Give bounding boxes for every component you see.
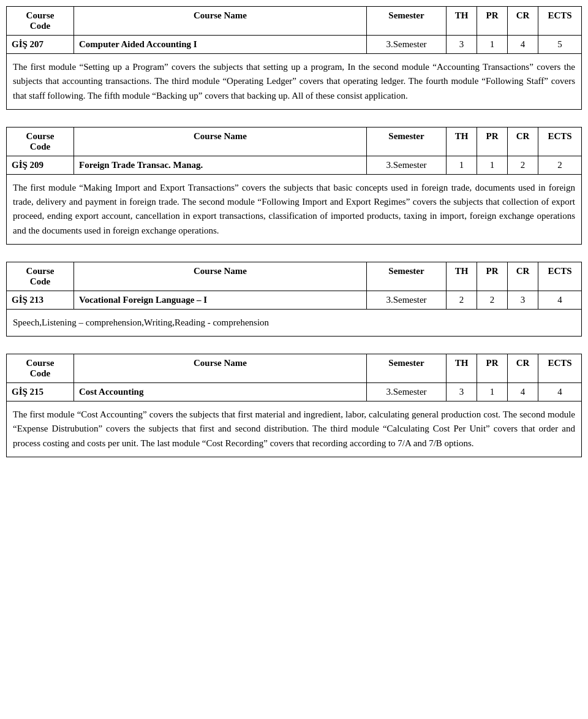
course-th-value: 3 bbox=[447, 383, 477, 401]
course-header-row: CourseCodeCourse NameSemesterTHPRCRECTS bbox=[7, 354, 581, 383]
course-description: The first module “Cost Accounting” cover… bbox=[7, 401, 581, 457]
header-semester: Semester bbox=[367, 262, 447, 291]
course-semester-value: 3.Semester bbox=[367, 291, 447, 309]
course-header-row: CourseCodeCourse NameSemesterTHPRCRECTS bbox=[7, 127, 581, 156]
course-block-2: CourseCodeCourse NameSemesterTHPRCRECTSG… bbox=[6, 127, 582, 245]
course-block-4: CourseCodeCourse NameSemesterTHPRCRECTSG… bbox=[6, 354, 582, 457]
course-name-value: Cost Accounting bbox=[74, 383, 367, 401]
header-cr: CR bbox=[508, 127, 538, 156]
course-cr-value: 3 bbox=[508, 291, 538, 309]
header-ects: ECTS bbox=[538, 262, 581, 291]
course-header-row: CourseCodeCourse NameSemesterTHPRCRECTS bbox=[7, 262, 581, 291]
header-cr: CR bbox=[508, 7, 538, 35]
header-course-code: CourseCode bbox=[7, 262, 74, 291]
course-cr-value: 2 bbox=[508, 156, 538, 174]
header-code-line1: Course bbox=[26, 131, 55, 141]
course-data-row: GİŞ 207Computer Aided Accounting I3.Seme… bbox=[7, 36, 581, 54]
course-pr-value: 2 bbox=[477, 291, 508, 309]
course-pr-value: 1 bbox=[477, 156, 508, 174]
header-course-name: Course Name bbox=[74, 127, 367, 156]
course-code-value: GİŞ 207 bbox=[7, 36, 74, 53]
course-semester-value: 3.Semester bbox=[367, 383, 447, 401]
course-code-value: GİŞ 209 bbox=[7, 156, 74, 174]
header-cr: CR bbox=[508, 354, 538, 382]
header-pr: PR bbox=[477, 7, 508, 35]
header-code-line1: Course bbox=[26, 358, 55, 368]
course-description: Speech,Listening – comprehension,Writing… bbox=[7, 310, 581, 336]
header-semester: Semester bbox=[367, 7, 447, 35]
header-cr: CR bbox=[508, 262, 538, 291]
course-code-value: GİŞ 213 bbox=[7, 291, 74, 309]
header-semester: Semester bbox=[367, 127, 447, 156]
header-ects: ECTS bbox=[538, 354, 581, 382]
course-pr-value: 1 bbox=[477, 383, 508, 401]
header-course-name: Course Name bbox=[74, 354, 367, 382]
header-course-name: Course Name bbox=[74, 7, 367, 35]
header-pr: PR bbox=[477, 262, 508, 291]
course-block-1: CourseCodeCourse NameSemesterTHPRCRECTSG… bbox=[6, 6, 582, 110]
header-th: TH bbox=[447, 7, 477, 35]
course-data-row: GİŞ 209Foreign Trade Transac. Manag.3.Se… bbox=[7, 156, 581, 175]
course-semester-value: 3.Semester bbox=[367, 36, 447, 53]
course-th-value: 1 bbox=[447, 156, 477, 174]
course-th-value: 2 bbox=[447, 291, 477, 309]
course-description: The first module “Setting up a Program” … bbox=[7, 54, 581, 109]
header-code-line1: Course bbox=[26, 266, 55, 276]
header-course-name: Course Name bbox=[74, 262, 367, 291]
course-name-value: Foreign Trade Transac. Manag. bbox=[74, 156, 367, 174]
course-ects-value: 4 bbox=[538, 383, 581, 401]
header-course-code: CourseCode bbox=[7, 127, 74, 156]
header-pr: PR bbox=[477, 354, 508, 382]
course-header-row: CourseCodeCourse NameSemesterTHPRCRECTS bbox=[7, 7, 581, 36]
course-block-3: CourseCodeCourse NameSemesterTHPRCRECTSG… bbox=[6, 262, 582, 337]
course-ects-value: 5 bbox=[538, 36, 581, 53]
course-ects-value: 2 bbox=[538, 156, 581, 174]
header-course-code: CourseCode bbox=[7, 7, 74, 35]
course-cr-value: 4 bbox=[508, 383, 538, 401]
header-course-code: CourseCode bbox=[7, 354, 74, 382]
course-data-row: GİŞ 213Vocational Foreign Language – I3.… bbox=[7, 291, 581, 310]
course-name-value: Vocational Foreign Language – I bbox=[74, 291, 367, 309]
header-ects: ECTS bbox=[538, 127, 581, 156]
course-cr-value: 4 bbox=[508, 36, 538, 53]
header-th: TH bbox=[447, 354, 477, 382]
course-ects-value: 4 bbox=[538, 291, 581, 309]
course-th-value: 3 bbox=[447, 36, 477, 53]
header-code-line2: Code bbox=[30, 21, 50, 31]
header-semester: Semester bbox=[367, 354, 447, 382]
header-pr: PR bbox=[477, 127, 508, 156]
header-th: TH bbox=[447, 127, 477, 156]
header-code-line2: Code bbox=[30, 142, 50, 151]
header-ects: ECTS bbox=[538, 7, 581, 35]
course-description: The first module “Making Import and Expo… bbox=[7, 175, 581, 244]
course-data-row: GİŞ 215Cost Accounting3.Semester3144 bbox=[7, 383, 581, 401]
header-code-line2: Code bbox=[30, 368, 50, 378]
course-semester-value: 3.Semester bbox=[367, 156, 447, 174]
course-pr-value: 1 bbox=[477, 36, 508, 53]
course-code-value: GİŞ 215 bbox=[7, 383, 74, 401]
header-code-line1: Course bbox=[26, 10, 55, 20]
header-th: TH bbox=[447, 262, 477, 291]
course-name-value: Computer Aided Accounting I bbox=[74, 36, 367, 53]
header-code-line2: Code bbox=[30, 276, 50, 286]
